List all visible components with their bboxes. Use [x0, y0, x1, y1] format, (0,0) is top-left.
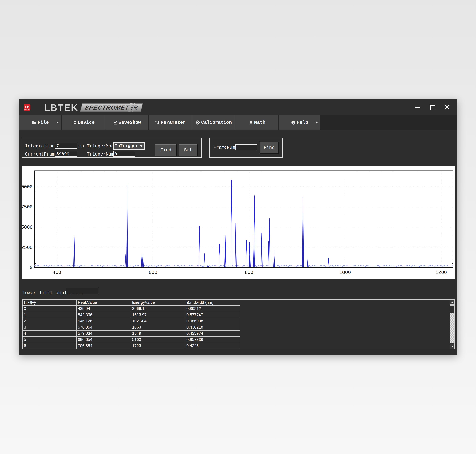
table-header-cell: EnergyValue: [131, 300, 185, 305]
scrollbar-thumb[interactable]: [450, 305, 454, 312]
table-cell: 1: [23, 312, 76, 318]
scroll-up-button[interactable]: [450, 300, 454, 305]
parameter-icon: [155, 120, 160, 125]
table-cell: 2: [23, 318, 76, 324]
table-cell: 546.126: [76, 318, 131, 324]
table-cell: 0.957336: [185, 337, 240, 343]
menu-item-label: Device: [78, 120, 95, 125]
table-header-cell: PeakValue: [76, 300, 131, 305]
dropdown-arrow-zone[interactable]: [138, 143, 144, 149]
table-cell: 10214.4: [131, 318, 185, 324]
table-cell: 3966.12: [131, 306, 185, 312]
trigger-mode-dropdown[interactable]: InTrigger: [113, 142, 145, 150]
table-row[interactable]: 1542.3961613.970.877747: [23, 312, 240, 318]
menu-item-waveshow[interactable]: WaveShow: [105, 115, 148, 130]
table-cell: 1613.97: [131, 312, 185, 318]
table-cell: 1549: [131, 331, 185, 336]
menu-item-label: WaveShow: [119, 120, 141, 125]
calibration-icon: [195, 120, 200, 125]
help-icon: ?: [291, 120, 296, 125]
table-cell: 0.89212: [185, 306, 240, 312]
x-axis-tick-label: 600: [149, 270, 157, 275]
menu-item-device[interactable]: Device: [62, 115, 105, 130]
maximize-icon: [430, 105, 436, 110]
table-cell: 0: [23, 306, 76, 312]
y-axis-tick-label: 7500: [22, 204, 33, 210]
set-button[interactable]: Set: [179, 144, 198, 156]
x-axis-tick-label: 1200: [435, 270, 447, 275]
logo-subtext: SPECTRA: [24, 109, 30, 110]
brand-title: LBTEK: [44, 102, 78, 113]
table-header-cell: Bandwidth(nm): [185, 300, 240, 305]
menu-item-help[interactable]: ?Help: [279, 115, 320, 130]
spectrum-chart: 40060080010001200025005000750010000: [22, 166, 455, 279]
menu-item-label: File: [38, 120, 49, 125]
table-cell: 706.854: [76, 343, 131, 349]
frame-number-input[interactable]: [235, 144, 257, 150]
folder-icon: [32, 120, 37, 125]
close-button[interactable]: [443, 104, 451, 111]
y-axis-tick-label: 0: [30, 265, 33, 270]
menu-item-math[interactable]: Math: [235, 115, 278, 130]
trigger-number-input[interactable]: [113, 151, 135, 157]
table-cell: 3: [23, 324, 76, 330]
table-cell: 5163: [131, 337, 185, 343]
y-axis-tick-label: 5000: [22, 225, 33, 230]
table-cell: 542.396: [76, 312, 131, 318]
peak-table: 序列号PeakValueEnergyValueBandwidth(nm)0435…: [22, 299, 455, 349]
table-cell: 576.854: [76, 324, 131, 330]
table-cell: 1723: [131, 343, 185, 349]
integration-time-input[interactable]: [55, 143, 77, 149]
minimize-icon: [415, 107, 420, 108]
menu-item-parameter[interactable]: Parameter: [149, 115, 192, 130]
scroll-down-button[interactable]: [450, 344, 454, 349]
lower-limit-input[interactable]: [66, 288, 98, 294]
frame-number-groupbox: FrameNumber: Find: [210, 138, 283, 158]
table-cell: 0.436218: [185, 324, 240, 330]
maximize-button[interactable]: [429, 104, 436, 111]
minimize-button[interactable]: [414, 104, 421, 111]
frame-find-button[interactable]: Find: [260, 142, 279, 154]
lbtek-logo-icon: LB SPECTRA: [24, 104, 30, 111]
table-cell: 0.435974: [185, 331, 240, 336]
table-scrollbar[interactable]: [450, 300, 454, 349]
menu-item-file[interactable]: File: [19, 115, 61, 130]
logo-text: LB: [24, 105, 30, 108]
chevron-down-icon: [315, 122, 318, 123]
table-row[interactable]: 5696.65451630.957336: [23, 337, 240, 343]
chevron-down-icon: [56, 122, 59, 123]
scrollbar-track[interactable]: [450, 313, 454, 343]
svg-text:?: ?: [293, 121, 295, 124]
table-cell: 579.034: [76, 331, 131, 336]
math-icon: [248, 120, 253, 125]
app-window: LB SPECTRA LBTEK SPECTROMETER FileDevice…: [19, 99, 457, 355]
table-row[interactable]: 0435.943966.120.89212: [23, 306, 240, 312]
titlebar: LB SPECTRA LBTEK SPECTROMETER: [19, 99, 457, 115]
table-cell: 0.4245: [185, 343, 240, 349]
table-cell: 435.94: [76, 306, 131, 312]
table-cell: 0.986938: [185, 318, 240, 324]
chevron-down-icon: [140, 145, 143, 147]
current-frame-input[interactable]: [55, 151, 77, 157]
trigger-mode-label: TriggerMode: [87, 144, 116, 149]
current-frame-label: CurrentFrame: [25, 152, 57, 157]
arrow-down-icon: [451, 346, 453, 347]
device-icon: [72, 120, 77, 125]
spectrum-chart-panel: 40060080010001200025005000750010000: [22, 166, 455, 279]
x-axis-tick-label: 1000: [340, 270, 351, 275]
acquisition-groupbox: IntegrationTime ms TriggerMode InTrigger…: [22, 138, 202, 158]
find-button[interactable]: Find: [155, 144, 177, 156]
table-row[interactable]: 2546.12610214.40.986938: [23, 318, 240, 324]
menubar: FileDeviceWaveShowParameterCalibrationMa…: [19, 115, 457, 130]
table-row[interactable]: 6706.85417230.4245: [23, 343, 240, 349]
menu-item-calibration[interactable]: Calibration: [192, 115, 235, 130]
table-cell: 1663: [131, 324, 185, 330]
menu-item-label: Math: [254, 120, 265, 125]
waveshow-icon: [113, 120, 118, 125]
table-cell: 0.877747: [185, 312, 240, 318]
y-axis-tick-label: 2500: [22, 245, 33, 250]
table-row[interactable]: 3576.85416630.436218: [23, 324, 240, 331]
table-row[interactable]: 4579.03415490.435974: [23, 331, 240, 337]
table-cell: 696.654: [76, 337, 131, 343]
table-cell: 4: [23, 331, 76, 336]
